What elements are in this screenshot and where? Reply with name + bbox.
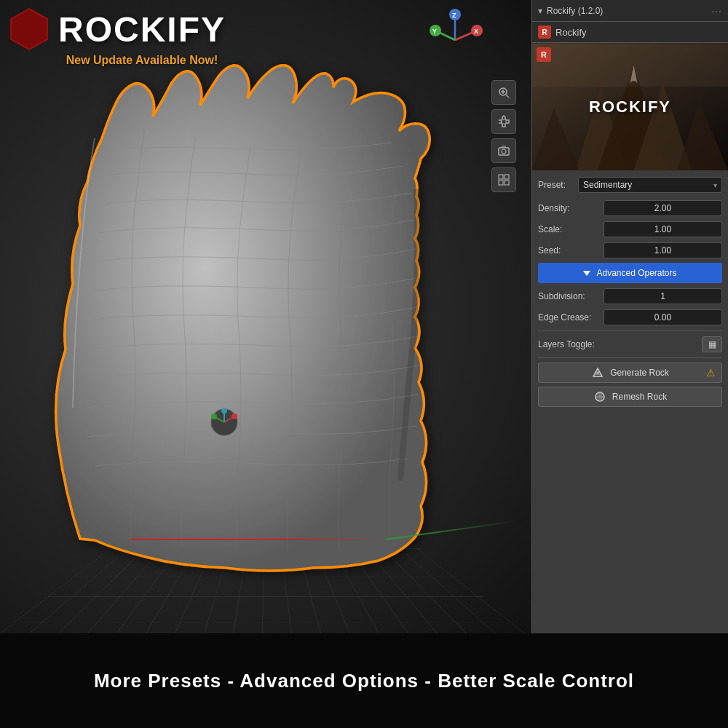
- properties-section: Preset: Sedimentary ▾ Density: 2.00 Scal…: [532, 170, 728, 416]
- orientation-gizmo: [102, 502, 131, 531]
- axis-x-line: [131, 539, 386, 540]
- seed-input[interactable]: 1.00: [604, 242, 722, 258]
- panel-header-title: ▾ Rockify (1.2.0): [538, 6, 603, 16]
- edge-crease-label: Edge Crease:: [538, 312, 604, 323]
- addon-icon: R: [538, 25, 551, 39]
- bottom-banner: More Presets - Advanced Options - Better…: [0, 633, 728, 728]
- preset-chevron: ▾: [713, 181, 717, 189]
- svg-point-5: [221, 408, 227, 414]
- preview-title: ROCKIFY: [589, 98, 671, 116]
- svg-text:X: X: [474, 28, 478, 35]
- svg-rect-21: [502, 119, 506, 124]
- remesh-rock-label: Remesh Rock: [612, 392, 667, 402]
- remesh-rock-button[interactable]: Remesh Rock: [538, 387, 722, 407]
- advanced-operators-label: Advanced Operators: [596, 268, 676, 278]
- panel-dots[interactable]: ···: [711, 5, 722, 17]
- layers-toggle-button[interactable]: ▦: [702, 336, 722, 352]
- axes-widget: Z X Y: [422, 7, 488, 73]
- layers-toggle-label: Layers Toggle:: [538, 339, 702, 349]
- hex-icon: [7, 7, 51, 51]
- rock-mesh: [22, 44, 444, 590]
- addon-name: Rockify: [555, 27, 587, 38]
- panel-version: Rockify (1.2.0): [547, 6, 603, 16]
- svg-point-6: [211, 414, 217, 419]
- generate-rock-button[interactable]: Generate Rock ⚠: [538, 363, 722, 383]
- preview-container: R ROCKIFY: [532, 43, 728, 170]
- svg-text:Z: Z: [452, 12, 456, 19]
- zoom-icon[interactable]: [491, 80, 516, 105]
- right-panel: ▾ Rockify (1.2.0) ··· R Rockify: [531, 0, 728, 633]
- svg-point-4: [232, 414, 237, 419]
- svg-point-38: [596, 371, 599, 374]
- logo-title: ROCKIFY: [58, 9, 226, 50]
- edge-crease-row: Edge Crease: 0.00: [538, 309, 722, 326]
- svg-line-18: [506, 95, 509, 98]
- svg-rect-24: [499, 175, 503, 179]
- camera-icon[interactable]: [491, 138, 516, 163]
- seed-label: Seed:: [538, 245, 604, 256]
- divider-2: [538, 357, 722, 358]
- svg-marker-28: [11, 9, 47, 50]
- logo-area: ROCKIFY New Update Available Now!: [7, 7, 226, 67]
- layers-toggle-row: Layers Toggle: ▦: [538, 336, 722, 353]
- density-input[interactable]: 2.00: [604, 200, 722, 216]
- density-row: Density: 2.00: [538, 199, 722, 217]
- banner-text: More Presets - Advanced Options - Better…: [94, 670, 634, 692]
- advanced-operators-button[interactable]: Advanced Operators: [538, 263, 722, 283]
- preview-r-icon: R: [537, 47, 551, 62]
- navigation-icons: [491, 80, 516, 192]
- divider-1: [538, 331, 722, 331]
- svg-rect-26: [499, 181, 503, 185]
- generate-icon: [591, 366, 604, 379]
- logo-hex-row: ROCKIFY: [7, 7, 226, 51]
- panel-header: ▾ Rockify (1.2.0) ···: [532, 0, 728, 22]
- preset-select[interactable]: Sedimentary ▾: [578, 177, 722, 193]
- panel-addon-row: R Rockify: [532, 22, 728, 43]
- warning-icon: ⚠: [706, 367, 716, 379]
- scale-row: Scale: 1.00: [538, 221, 722, 238]
- svg-text:Y: Y: [432, 28, 437, 35]
- svg-rect-27: [505, 181, 509, 185]
- pan-icon[interactable]: [491, 109, 516, 134]
- remesh-icon: [593, 390, 606, 403]
- svg-rect-36: [532, 43, 728, 87]
- 3d-viewport[interactable]: Z X Y: [0, 0, 531, 633]
- grid-icon[interactable]: [491, 167, 516, 192]
- density-label: Density:: [538, 203, 604, 213]
- subdivision-input[interactable]: 1: [604, 288, 722, 304]
- triangle-icon: [583, 271, 590, 276]
- preset-label: Preset:: [538, 180, 578, 190]
- preset-value: Sedimentary: [583, 180, 632, 190]
- svg-rect-25: [505, 175, 509, 179]
- generate-rock-label: Generate Rock: [610, 368, 669, 378]
- main-container: Z X Y: [0, 0, 728, 728]
- subdivision-row: Subdivision: 1: [538, 288, 722, 305]
- collapse-arrow[interactable]: ▾: [538, 6, 542, 16]
- seed-row: Seed: 1.00: [538, 242, 722, 259]
- subdivision-label: Subdivision:: [538, 291, 604, 301]
- logo-subtitle: New Update Available Now!: [58, 54, 226, 67]
- preset-row: Preset: Sedimentary ▾: [538, 176, 722, 194]
- edge-crease-input[interactable]: 0.00: [604, 309, 722, 325]
- scale-input[interactable]: 1.00: [604, 221, 722, 237]
- svg-point-23: [502, 149, 506, 154]
- scale-label: Scale:: [538, 224, 604, 234]
